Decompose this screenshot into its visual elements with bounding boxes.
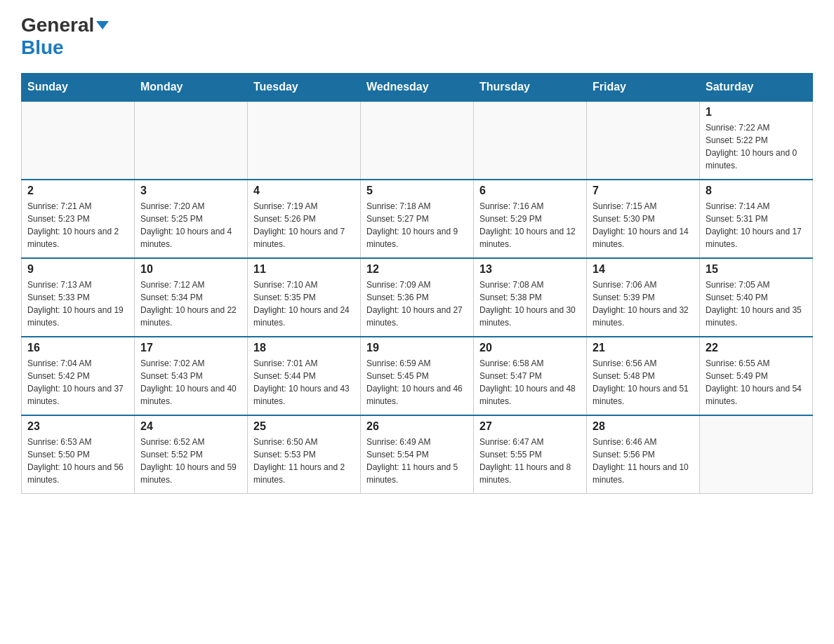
day-info: Sunrise: 7:20 AMSunset: 5:25 PMDaylight:… [140,200,241,250]
day-number: 2 [27,185,128,197]
day-info: Sunrise: 7:15 AMSunset: 5:30 PMDaylight:… [593,200,694,250]
calendar-day-cell: 6Sunrise: 7:16 AMSunset: 5:29 PMDaylight… [474,180,587,258]
day-number: 12 [366,263,468,276]
page-header: General Blue [21,14,813,59]
day-info: Sunrise: 7:13 AMSunset: 5:33 PMDaylight:… [27,279,128,329]
day-of-week-header: Monday [135,74,248,102]
day-number: 3 [140,185,241,197]
day-of-week-header: Friday [587,74,700,102]
day-info: Sunrise: 7:09 AMSunset: 5:36 PMDaylight:… [366,279,468,329]
day-of-week-header: Thursday [474,74,587,102]
day-number: 11 [253,263,355,276]
calendar-day-cell: 24Sunrise: 6:52 AMSunset: 5:52 PMDayligh… [135,415,248,494]
day-info: Sunrise: 7:06 AMSunset: 5:39 PMDaylight:… [593,279,694,329]
day-info: Sunrise: 7:19 AMSunset: 5:26 PMDaylight:… [253,200,355,250]
calendar-day-cell: 18Sunrise: 7:01 AMSunset: 5:44 PMDayligh… [248,337,361,415]
day-number: 28 [593,420,694,433]
calendar-day-cell: 13Sunrise: 7:08 AMSunset: 5:38 PMDayligh… [474,258,587,337]
calendar-day-cell [361,101,474,180]
day-number: 20 [479,342,581,354]
day-info: Sunrise: 7:14 AMSunset: 5:31 PMDaylight:… [706,200,807,250]
calendar-day-cell [248,101,361,180]
day-info: Sunrise: 6:55 AMSunset: 5:49 PMDaylight:… [706,357,807,408]
day-number: 10 [140,263,241,276]
day-of-week-header: Saturday [700,74,813,102]
day-info: Sunrise: 7:01 AMSunset: 5:44 PMDaylight:… [253,357,355,408]
calendar-week-row: 16Sunrise: 7:04 AMSunset: 5:42 PMDayligh… [22,337,813,415]
day-info: Sunrise: 6:56 AMSunset: 5:48 PMDaylight:… [593,357,694,408]
calendar-day-cell: 21Sunrise: 6:56 AMSunset: 5:48 PMDayligh… [587,337,700,415]
day-number: 19 [366,342,468,354]
calendar-day-cell: 10Sunrise: 7:12 AMSunset: 5:34 PMDayligh… [135,258,248,337]
calendar-day-cell: 4Sunrise: 7:19 AMSunset: 5:26 PMDaylight… [248,180,361,258]
calendar-day-cell [700,415,813,494]
calendar-day-cell: 26Sunrise: 6:49 AMSunset: 5:54 PMDayligh… [361,415,474,494]
day-info: Sunrise: 6:59 AMSunset: 5:45 PMDaylight:… [366,357,468,408]
calendar-day-cell: 3Sunrise: 7:20 AMSunset: 5:25 PMDaylight… [135,180,248,258]
day-info: Sunrise: 6:49 AMSunset: 5:54 PMDaylight:… [366,436,468,486]
logo: General Blue [21,14,109,59]
day-info: Sunrise: 6:46 AMSunset: 5:56 PMDaylight:… [593,436,694,486]
day-number: 23 [27,420,128,433]
calendar-day-cell: 28Sunrise: 6:46 AMSunset: 5:56 PMDayligh… [587,415,700,494]
calendar-day-cell: 14Sunrise: 7:06 AMSunset: 5:39 PMDayligh… [587,258,700,337]
calendar-day-cell [135,101,248,180]
day-info: Sunrise: 6:47 AMSunset: 5:55 PMDaylight:… [479,436,581,486]
day-number: 26 [366,420,468,433]
day-info: Sunrise: 6:50 AMSunset: 5:53 PMDaylight:… [253,436,355,486]
day-info: Sunrise: 6:53 AMSunset: 5:50 PMDaylight:… [27,436,128,486]
calendar-table: SundayMondayTuesdayWednesdayThursdayFrid… [21,73,813,494]
day-number: 7 [593,185,694,197]
day-info: Sunrise: 6:58 AMSunset: 5:47 PMDaylight:… [479,357,581,408]
calendar-day-cell: 27Sunrise: 6:47 AMSunset: 5:55 PMDayligh… [474,415,587,494]
day-info: Sunrise: 7:04 AMSunset: 5:42 PMDaylight:… [27,357,128,408]
day-number: 8 [706,185,807,197]
day-info: Sunrise: 7:16 AMSunset: 5:29 PMDaylight:… [479,200,581,250]
calendar-day-cell: 23Sunrise: 6:53 AMSunset: 5:50 PMDayligh… [22,415,135,494]
day-number: 25 [253,420,355,433]
calendar-day-cell: 1Sunrise: 7:22 AMSunset: 5:22 PMDaylight… [700,101,813,180]
day-info: Sunrise: 7:05 AMSunset: 5:40 PMDaylight:… [706,279,807,329]
day-number: 1 [706,106,807,119]
calendar-day-cell: 17Sunrise: 7:02 AMSunset: 5:43 PMDayligh… [135,337,248,415]
day-number: 14 [593,263,694,276]
calendar-day-cell: 25Sunrise: 6:50 AMSunset: 5:53 PMDayligh… [248,415,361,494]
day-of-week-header: Tuesday [248,74,361,102]
day-number: 13 [479,263,581,276]
day-number: 9 [27,263,128,276]
day-number: 27 [479,420,581,433]
calendar-day-cell: 12Sunrise: 7:09 AMSunset: 5:36 PMDayligh… [361,258,474,337]
day-info: Sunrise: 7:21 AMSunset: 5:23 PMDaylight:… [27,200,128,250]
calendar-week-row: 1Sunrise: 7:22 AMSunset: 5:22 PMDaylight… [22,101,813,180]
day-number: 4 [253,185,355,197]
calendar-header-row: SundayMondayTuesdayWednesdayThursdayFrid… [22,74,813,102]
day-number: 6 [479,185,581,197]
day-info: Sunrise: 7:08 AMSunset: 5:38 PMDaylight:… [479,279,581,329]
calendar-day-cell: 19Sunrise: 6:59 AMSunset: 5:45 PMDayligh… [361,337,474,415]
calendar-day-cell: 22Sunrise: 6:55 AMSunset: 5:49 PMDayligh… [700,337,813,415]
day-number: 22 [706,342,807,354]
day-info: Sunrise: 7:22 AMSunset: 5:22 PMDaylight:… [706,121,807,172]
day-info: Sunrise: 7:12 AMSunset: 5:34 PMDaylight:… [140,279,241,329]
day-number: 15 [706,263,807,276]
calendar-day-cell: 15Sunrise: 7:05 AMSunset: 5:40 PMDayligh… [700,258,813,337]
calendar-day-cell: 7Sunrise: 7:15 AMSunset: 5:30 PMDaylight… [587,180,700,258]
calendar-day-cell: 5Sunrise: 7:18 AMSunset: 5:27 PMDaylight… [361,180,474,258]
day-number: 24 [140,420,241,433]
calendar-day-cell: 20Sunrise: 6:58 AMSunset: 5:47 PMDayligh… [474,337,587,415]
day-number: 16 [27,342,128,354]
calendar-day-cell [587,101,700,180]
calendar-day-cell: 8Sunrise: 7:14 AMSunset: 5:31 PMDaylight… [700,180,813,258]
calendar-week-row: 9Sunrise: 7:13 AMSunset: 5:33 PMDaylight… [22,258,813,337]
day-info: Sunrise: 6:52 AMSunset: 5:52 PMDaylight:… [140,436,241,486]
calendar-day-cell: 16Sunrise: 7:04 AMSunset: 5:42 PMDayligh… [22,337,135,415]
calendar-day-cell: 11Sunrise: 7:10 AMSunset: 5:35 PMDayligh… [248,258,361,337]
day-number: 17 [140,342,241,354]
day-of-week-header: Wednesday [361,74,474,102]
day-of-week-header: Sunday [22,74,135,102]
calendar-day-cell [474,101,587,180]
day-info: Sunrise: 7:18 AMSunset: 5:27 PMDaylight:… [366,200,468,250]
day-info: Sunrise: 7:02 AMSunset: 5:43 PMDaylight:… [140,357,241,408]
day-number: 5 [366,185,468,197]
calendar-day-cell: 2Sunrise: 7:21 AMSunset: 5:23 PMDaylight… [22,180,135,258]
